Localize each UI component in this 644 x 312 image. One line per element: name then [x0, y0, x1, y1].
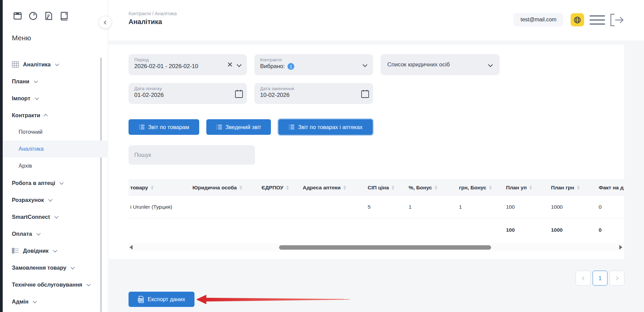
- pagination-page-1[interactable]: 1: [593, 271, 607, 286]
- grid-icon: [12, 61, 19, 68]
- sidebar-item-plans[interactable]: Плани: [3, 73, 108, 90]
- calendar-icon[interactable]: [235, 89, 243, 100]
- sort-icon[interactable]: [577, 186, 580, 190]
- sort-icon[interactable]: [392, 186, 394, 190]
- sidebar-item-analytics[interactable]: Аналітика: [3, 56, 108, 73]
- page-header: Контракти / Аналітика Аналітика test@mai…: [109, 0, 644, 41]
- sidebar-item-contracts[interactable]: Контракти: [3, 107, 108, 124]
- chevron-right-icon: [614, 276, 619, 280]
- chevron-up-icon: [44, 113, 48, 118]
- sidebar-item-pharmacy-work[interactable]: Робота в аптеці: [3, 174, 108, 191]
- sort-icon[interactable]: [529, 186, 532, 190]
- left-dark-rail: [0, 0, 3, 312]
- app-window: Меню Аналітика Плани Імпорт Контракти По…: [0, 0, 644, 312]
- chevron-down-icon: [54, 214, 59, 219]
- chevron-down-icon: [53, 248, 57, 252]
- chevron-down-icon: [71, 265, 75, 269]
- logout-icon: [610, 14, 624, 26]
- period-filter[interactable]: Період 2026-02-01 - 2026-02-10 ✕: [129, 54, 247, 75]
- book-icon[interactable]: [59, 10, 70, 21]
- clear-icon[interactable]: ✕: [227, 60, 233, 70]
- contracts-filter[interactable]: Контракти Вибрано: 1: [254, 54, 373, 75]
- pagination: 1: [576, 271, 624, 286]
- chevron-left-icon: [104, 20, 108, 25]
- sidebar: Меню Аналітика Плани Імпорт Контракти По…: [3, 0, 108, 312]
- sidebar-collapse-button[interactable]: [99, 16, 111, 28]
- results-table: товару Юридична особа ЄДРПОУ Адреса апте…: [129, 180, 624, 241]
- chevron-down-icon: [36, 231, 41, 235]
- logout-button[interactable]: [610, 14, 624, 26]
- table-header-row: товару Юридична особа ЄДРПОУ Адреса апте…: [129, 180, 624, 195]
- sidebar-item-admin[interactable]: Адмін: [3, 293, 108, 310]
- sidebar-item-directory[interactable]: Довідник: [3, 242, 108, 259]
- end-date-field[interactable]: Дата закінчення 10-02-2026: [254, 83, 373, 104]
- chevron-down-icon: [87, 282, 91, 286]
- sort-icon[interactable]: [151, 186, 154, 190]
- list-icon: [12, 248, 19, 254]
- sort-icon[interactable]: [343, 186, 346, 190]
- calendar-icon[interactable]: [361, 89, 369, 100]
- selected-count-badge: 1: [288, 63, 294, 70]
- chevron-down-icon: [60, 180, 64, 185]
- pagination-prev-button[interactable]: [576, 271, 591, 286]
- report-by-products-button[interactable]: Звіт по товарам: [129, 119, 199, 135]
- scrollbar-thumb[interactable]: [279, 245, 491, 250]
- report-products-pharmacies-button[interactable]: Звіт по товарах і аптеках: [278, 119, 373, 135]
- language-button[interactable]: [571, 13, 584, 26]
- sidebar-item-contracts-analytics[interactable]: Аналітика: [3, 141, 108, 158]
- scroll-right-icon[interactable]: [619, 245, 622, 250]
- sidebar-nav: Аналітика Плани Імпорт Контракти Поточни…: [3, 56, 108, 310]
- export-data-button[interactable]: Експорт даних: [129, 292, 194, 307]
- table-row: i Urunler (Турция) 5 1 1 100 1000 0: [129, 195, 624, 219]
- chevron-down-icon: [34, 96, 39, 100]
- sidebar-item-goods-order[interactable]: Замовлення товару: [3, 259, 108, 276]
- sort-icon[interactable]: [286, 186, 289, 190]
- sidebar-top-icons: [12, 10, 70, 21]
- sort-icon[interactable]: [239, 186, 242, 190]
- pagination-next-button[interactable]: [610, 271, 624, 286]
- menu-toggle-button[interactable]: [590, 15, 605, 25]
- breadcrumb[interactable]: Контракти / Аналітика: [129, 11, 177, 16]
- page-title: Аналітика: [129, 18, 162, 26]
- chevron-down-icon: [48, 197, 52, 202]
- sidebar-item-contracts-archive[interactable]: Архів: [3, 158, 108, 174]
- start-date-field[interactable]: Дата початку 01-02-2026: [129, 83, 247, 104]
- sidebar-item-smartconnect[interactable]: SmartConnect: [3, 208, 108, 225]
- sidebar-item-import[interactable]: Імпорт: [3, 90, 108, 107]
- legal-entities-filter[interactable]: Список юридичних осіб: [381, 54, 500, 75]
- sidebar-item-contracts-current[interactable]: Поточний: [3, 124, 108, 141]
- chevron-down-icon: [33, 299, 37, 303]
- scroll-left-icon[interactable]: [130, 245, 133, 250]
- globe-icon: [573, 16, 581, 24]
- document-icon[interactable]: [43, 10, 54, 21]
- archive-icon[interactable]: [12, 10, 23, 21]
- chevron-down-icon: [55, 62, 59, 66]
- user-email-chip[interactable]: test@mail.com: [513, 13, 564, 26]
- list-icon: [216, 124, 222, 130]
- chevron-left-icon: [582, 276, 586, 280]
- list-icon: [139, 124, 145, 130]
- table-totals-row: 100 1000 0: [129, 219, 624, 241]
- pie-chart-icon[interactable]: [27, 10, 39, 21]
- sort-icon[interactable]: [489, 186, 492, 190]
- content-card: Період 2026-02-01 - 2026-02-10 ✕ Контрак…: [109, 45, 624, 259]
- sidebar-item-payment[interactable]: Оплата: [3, 225, 108, 242]
- summary-report-button[interactable]: Зведений звіт: [206, 119, 271, 135]
- sidebar-menu-title: Меню: [12, 34, 31, 42]
- chevron-down-icon: [33, 79, 38, 83]
- table-horizontal-scrollbar[interactable]: [129, 243, 623, 251]
- sidebar-item-maintenance[interactable]: Технічне обслуговування: [3, 276, 108, 293]
- search-input[interactable]: [129, 145, 255, 165]
- sidebar-item-calculation[interactable]: Розрахунок: [3, 191, 108, 208]
- sort-icon[interactable]: [435, 186, 437, 190]
- list-icon: [289, 124, 295, 130]
- xlsx-file-icon: [138, 296, 144, 303]
